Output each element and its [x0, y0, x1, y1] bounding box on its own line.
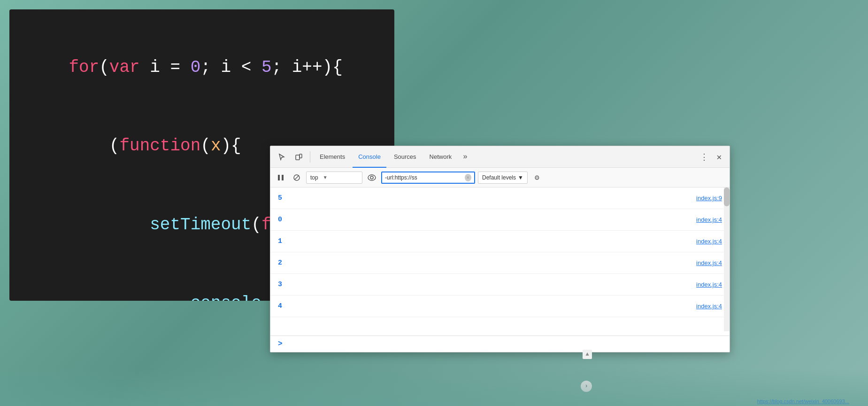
console-value-0: 0 — [278, 216, 297, 224]
tab-sources[interactable]: Sources — [388, 146, 422, 168]
tab-sources-label: Sources — [394, 153, 416, 160]
tab-network-label: Network — [430, 153, 452, 160]
svg-rect-0 — [296, 155, 300, 160]
tab-network[interactable]: Network — [424, 146, 458, 168]
console-value-4: 4 — [278, 302, 297, 310]
console-row-3: 3 index.js:4 — [270, 274, 730, 296]
svg-rect-2 — [278, 175, 280, 180]
tab-console-label: Console — [358, 153, 381, 160]
tab-elements[interactable]: Elements — [314, 146, 351, 168]
console-row-0: 0 index.js:4 — [270, 209, 730, 231]
scroll-up-arrow[interactable]: ▲ — [583, 350, 592, 359]
eye-button[interactable] — [365, 171, 378, 184]
console-input[interactable] — [286, 340, 722, 348]
console-value-3: 3 — [278, 281, 297, 289]
svg-line-5 — [295, 176, 299, 180]
console-output: 5 index.js:9 0 index.js:4 1 index.js:4 2… — [270, 187, 730, 336]
toolbar-separator-1 — [310, 151, 310, 163]
more-tabs-button[interactable]: » — [459, 153, 471, 161]
svg-point-7 — [370, 176, 373, 179]
console-settings-button[interactable]: ⚙ — [530, 171, 544, 184]
console-block-button[interactable] — [290, 171, 303, 184]
console-value-2: 2 — [278, 259, 297, 267]
console-link-0[interactable]: index.js:4 — [696, 216, 722, 223]
console-link-3[interactable]: index.js:4 — [696, 281, 722, 288]
console-prompt-icon: > — [278, 340, 283, 348]
console-play-button[interactable] — [274, 171, 287, 184]
console-value-5: 5 — [278, 194, 297, 202]
console-row-4: 4 index.js:4 — [270, 296, 730, 317]
device-toggle-button[interactable] — [291, 149, 306, 164]
levels-label: Default levels — [482, 174, 516, 181]
scrollbar-thumb[interactable] — [724, 187, 730, 206]
cityscape-decoration — [0, 368, 868, 406]
console-toolbar: top ▼ ✕ Default levels ▼ ⚙ — [270, 168, 730, 187]
console-prompt-row: > — [270, 336, 730, 352]
console-link-2[interactable]: index.js:4 — [696, 259, 722, 266]
console-row-2: 2 index.js:4 — [270, 252, 730, 274]
console-value-1: 1 — [278, 237, 297, 245]
context-selector[interactable]: top ▼ — [306, 172, 362, 184]
code-line-1: for(var i = 0; i < 5; i++){ — [28, 28, 376, 107]
devtools-menu-button[interactable]: ⋮ — [698, 150, 711, 164]
filter-input-wrap: ✕ — [381, 172, 475, 184]
svg-rect-3 — [282, 175, 284, 180]
console-link-5[interactable]: index.js:9 — [696, 195, 722, 202]
svg-point-6 — [368, 175, 376, 180]
context-value: top — [310, 174, 318, 181]
devtools-close-button[interactable]: ✕ — [713, 150, 726, 164]
tab-elements-label: Elements — [320, 153, 345, 160]
keyword-for: for — [69, 58, 99, 77]
filter-clear-button[interactable]: ✕ — [465, 174, 471, 181]
devtools-tabbar: Elements Console Sources Network » ⋮ ✕ — [270, 146, 730, 168]
devtools-panel: Elements Console Sources Network » ⋮ ✕ — [270, 146, 730, 352]
svg-rect-1 — [300, 154, 302, 158]
filter-input[interactable] — [385, 174, 463, 181]
console-row-5: 5 index.js:9 — [270, 187, 730, 209]
console-link-1[interactable]: index.js:4 — [696, 238, 722, 245]
tab-console[interactable]: Console — [353, 146, 386, 168]
cursor-icon-button[interactable] — [274, 149, 289, 164]
levels-button[interactable]: Default levels ▼ — [478, 172, 528, 184]
context-arrow-icon: ▼ — [323, 175, 328, 180]
devtools-scrollbar[interactable] — [724, 187, 730, 331]
console-link-4[interactable]: index.js:4 — [696, 303, 722, 310]
levels-arrow-icon: ▼ — [518, 174, 523, 181]
console-row-1: 1 index.js:4 — [270, 231, 730, 252]
